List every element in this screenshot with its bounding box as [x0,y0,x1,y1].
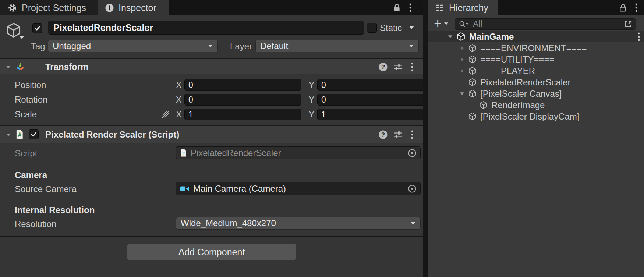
check-icon [34,25,41,32]
position-label: Position [15,80,46,90]
cube-icon [468,89,477,98]
tab-project-settings[interactable]: Project Settings [0,0,98,15]
source-camera-label: Source Camera [15,184,77,194]
search-icon [458,20,469,28]
caret-down-icon [410,221,416,225]
inspector-panel: Project Settings Inspector Static Tag Un… [0,0,423,277]
kebab-icon[interactable] [409,3,412,13]
hierarchy-item[interactable]: RenderImage [428,99,644,111]
foldout-expanded-icon[interactable] [459,91,465,96]
search-window-icon[interactable] [624,20,633,29]
gameobject-active-checkbox[interactable] [32,23,42,33]
foldout-collapsed-icon[interactable] [459,68,465,74]
foldout-expanded-icon[interactable] [5,64,11,70]
object-picker-icon[interactable] [408,184,417,193]
chain-broken-icon[interactable] [161,110,170,119]
position-row: Position X Y Z [0,79,423,91]
scale-y-input[interactable] [317,109,434,120]
kebab-icon[interactable] [411,62,414,72]
hierarchy-search-input[interactable] [472,19,621,29]
axis-x-label[interactable]: X [176,95,181,105]
csharp-script-icon [180,149,187,157]
create-object-button[interactable]: + [431,17,452,30]
tab-label: Project Settings [22,3,86,13]
script-object-field[interactable]: PixelatedRenderScaler [176,146,421,159]
axis-x-label[interactable]: X [176,80,181,90]
item-label: ====ENVIRONMENT==== [480,43,587,53]
static-caret-icon[interactable] [408,25,415,29]
tab-label: Hierarchy [449,3,488,13]
scale-x-input[interactable] [184,109,301,120]
foldout-expanded-icon[interactable] [5,132,11,138]
hierarchy-search-box[interactable] [455,18,636,30]
kebab-icon[interactable] [411,130,414,139]
transform-title: Transform [45,62,88,72]
tag-dropdown[interactable]: Untagged [48,40,218,52]
object-picker-icon[interactable] [408,149,417,157]
kebab-icon[interactable] [635,3,638,13]
hierarchy-item[interactable]: [PixelScaler DisplayCam] [428,111,644,122]
unity-scene-icon [456,32,466,41]
lock-open-icon[interactable] [619,3,627,13]
axis-y-label[interactable]: Y [309,110,314,120]
cube-icon [468,112,477,121]
add-component-button[interactable]: Add Component [127,244,296,260]
cube-icon [468,78,477,86]
resolution-label: Resolution [15,219,56,229]
presets-icon[interactable] [393,62,403,72]
help-icon[interactable] [378,130,388,139]
source-camera-field[interactable]: Main Camera (Camera) [176,182,421,195]
scale-row: Scale X Y Z [0,109,423,120]
help-icon[interactable] [378,62,388,72]
layer-dropdown[interactable]: Default [255,40,419,52]
cube-icon [468,67,477,75]
hierarchy-item[interactable]: [PixelScaler Canvas] [428,88,644,99]
item-label: MainGame [469,32,514,42]
item-label: ====UTILITY==== [480,54,554,65]
tab-inspector[interactable]: Inspector [98,0,169,15]
kebab-icon[interactable] [637,32,640,42]
static-checkbox[interactable] [367,23,377,33]
position-y-input[interactable] [317,79,434,91]
hierarchy-toolbar: + [428,15,644,32]
hierarchy-item[interactable]: PixelatedRenderScaler [428,77,644,88]
axis-y-label[interactable]: Y [309,80,314,90]
tab-label: Inspector [118,3,156,13]
gameobject-name-input[interactable] [48,21,364,35]
item-label: PixelatedRenderScaler [480,77,570,88]
rotation-y-input[interactable] [317,94,434,106]
panel-divider[interactable] [423,0,428,277]
hierarchy-item[interactable]: ====UTILITY==== [428,54,644,65]
component-enabled-checkbox[interactable] [29,129,39,139]
gameobject-icon-caret[interactable] [19,35,24,40]
internal-resolution-section-header: Internal Resolution [15,205,95,215]
axis-y-label[interactable]: Y [309,95,314,105]
hierarchy-item-maingame[interactable]: MainGame [428,31,644,42]
caret-down-icon [208,44,213,48]
foldout-collapsed-icon[interactable] [459,57,465,63]
lock-closed-icon[interactable] [393,3,401,13]
hierarchy-panel: Hierarchy + MainGame [428,0,644,277]
plus-icon: + [434,16,442,31]
hierarchy-icon [435,3,445,13]
tab-hierarchy[interactable]: Hierarchy [428,0,498,15]
tag-value: Untagged [53,41,91,51]
script-component-title: Pixelated Render Scaler (Script) [45,129,179,140]
hierarchy-item[interactable]: ====ENVIRONMENT==== [428,42,644,54]
scale-label: Scale [15,109,37,120]
axis-x-label[interactable]: X [176,110,181,120]
rotation-x-input[interactable] [184,94,301,106]
layer-value: Default [260,41,288,51]
unity-editor-window: Project Settings Inspector Static Tag Un… [0,0,644,277]
position-x-input[interactable] [184,79,301,91]
foldout-expanded-icon[interactable] [447,34,453,39]
hierarchy-item[interactable]: ====PLAYER==== [428,65,644,77]
caret-down-icon [444,22,449,25]
item-label: [PixelScaler Canvas] [480,89,562,99]
foldout-collapsed-icon[interactable] [459,45,465,51]
script-component-header[interactable]: Pixelated Render Scaler (Script) [0,126,423,143]
resolution-dropdown[interactable]: Wide_Medium_480x270 [176,217,421,230]
script-value: PixelatedRenderScaler [191,148,281,158]
presets-icon[interactable] [393,130,403,139]
transform-header[interactable]: Transform [0,59,423,74]
